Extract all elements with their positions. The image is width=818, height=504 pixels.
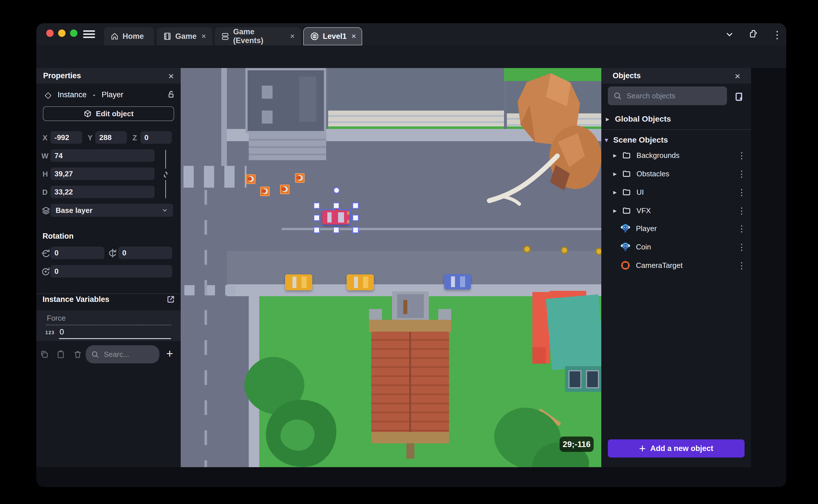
unlock-icon[interactable] [166,90,176,99]
y-label: Y [88,134,92,142]
tab-label: Level1 [323,32,346,41]
rotation-x-field[interactable] [50,247,104,259]
tower-brick-body[interactable] [371,332,449,432]
kebab-menu-icon[interactable]: ⋮ [737,224,747,234]
instance-title-row: ◇ Instance - Player [45,88,172,101]
variable-value[interactable]: 0 [60,327,64,336]
titlebar: Home Game × Game (Events) × Level1 × ⋮ [36,23,786,45]
rotation-y-field[interactable] [118,247,172,259]
variables-search-input[interactable] [103,350,154,359]
kebab-menu-icon[interactable]: ⋮ [737,187,747,197]
object-row-coin[interactable]: Coin ⋮ [620,239,747,255]
roof-section [299,77,316,122]
traffic-light-minimize-button[interactable] [58,29,65,37]
close-icon[interactable]: × [351,32,356,41]
height-field[interactable] [50,168,155,180]
car-roof [301,277,306,288]
crate-instance[interactable] [280,185,289,194]
resize-handle[interactable] [313,227,320,233]
camera-target-icon [620,260,631,271]
crate-instance[interactable] [246,174,255,184]
close-icon[interactable]: × [168,71,174,81]
kebab-menu-icon[interactable]: ⋮ [737,261,747,270]
tab-home[interactable]: Home [104,27,154,45]
folder-row-ui[interactable]: ▸ UI ⋮ [613,184,747,200]
resize-handle[interactable] [352,227,359,233]
add-new-object-button[interactable]: + Add a new object [608,439,745,458]
depth-field[interactable] [50,186,155,198]
tab-label: Game [175,32,196,41]
house-roof[interactable] [546,294,601,370]
extensions-puzzle-icon[interactable] [747,28,758,40]
traffic-light-close-button[interactable] [46,29,54,37]
object-row-player[interactable]: Player ⋮ [620,221,747,236]
taxi-instance[interactable] [346,274,374,290]
folder-row-backgrounds[interactable]: ▸ Backgrounds ⋮ [613,147,747,163]
browser-menu-kebab-icon[interactable]: ⋮ [772,29,783,41]
add-folder-icon[interactable] [732,90,744,101]
chevron-right-icon: ▸ [613,170,617,178]
delete-variable-icon[interactable] [71,348,84,361]
variable-name-underline [46,325,171,325]
window-chevron-down-button[interactable] [724,29,735,40]
rotate-handle[interactable] [333,187,340,194]
car-headlight [347,220,349,223]
blue-car-instance[interactable] [444,274,471,289]
resize-handle[interactable] [333,227,339,233]
edit-object-button[interactable]: Edit object [43,106,174,121]
y-field[interactable] [95,131,127,144]
resize-handle[interactable] [352,202,359,209]
add-variable-plus-icon[interactable]: + [166,347,173,361]
crate-instance[interactable] [260,187,270,196]
object-row-cameratarget[interactable]: CameraTarget ⋮ [620,257,747,273]
w-label: W [41,152,48,160]
width-field[interactable] [50,149,155,162]
close-icon[interactable]: × [735,71,740,81]
objects-search-box[interactable] [608,86,727,105]
size-link-chain-icon[interactable] [161,170,170,179]
tower-top[interactable] [392,291,429,321]
coin-instance[interactable] [523,245,531,253]
close-icon[interactable]: × [290,32,295,41]
variable-name[interactable]: Force [47,314,65,323]
fox-creature-instance[interactable] [484,71,601,207]
player-car-instance-selected[interactable] [322,210,349,225]
kebab-menu-icon[interactable]: ⋮ [737,151,747,160]
coin-instance[interactable] [561,247,568,254]
x-label: X [43,134,47,142]
close-icon[interactable]: × [201,32,206,41]
resize-handle[interactable] [352,215,359,221]
paste-icon[interactable] [54,348,67,361]
kebab-menu-icon[interactable]: ⋮ [737,206,747,216]
objects-search-input[interactable] [626,91,722,101]
tower-top-detail [403,300,407,314]
taxi-instance[interactable] [285,274,312,290]
traffic-light-zoom-button[interactable] [70,29,77,37]
scene-objects-group[interactable]: ▾ Scene Objects [605,132,745,148]
scene-canvas[interactable]: 29;-116 [181,68,601,467]
kebab-menu-icon[interactable]: ⋮ [737,169,747,179]
hamburger-menu-button[interactable] [83,30,95,39]
tab-level1[interactable]: Level1 × [303,27,362,45]
z-field[interactable] [140,131,172,144]
folder-icon [622,151,631,160]
folder-row-obstacles[interactable]: ▸ Obstacles ⋮ [613,166,747,182]
layer-select[interactable]: Base layer [50,204,173,217]
tab-game[interactable]: Game × [157,27,212,45]
copy-icon[interactable] [38,348,50,361]
resize-handle[interactable] [313,202,320,209]
x-field[interactable] [50,131,82,144]
kebab-menu-icon[interactable]: ⋮ [737,242,747,252]
tab-game-events[interactable]: Game (Events) × [215,27,301,45]
crate-instance[interactable] [295,173,304,183]
variables-search-box[interactable] [86,345,159,363]
folder-row-vfx[interactable]: ▸ VFX ⋮ [613,203,747,219]
resize-handle[interactable] [333,202,339,209]
resize-handle[interactable] [313,215,320,221]
global-objects-group[interactable]: ▸ Global Objects [606,111,747,127]
coin-instance[interactable] [595,248,601,255]
house-wall-nub [532,347,546,364]
rotation-z-field[interactable] [50,265,172,278]
open-in-window-icon[interactable] [166,295,175,304]
properties-title: Properties [43,71,81,80]
